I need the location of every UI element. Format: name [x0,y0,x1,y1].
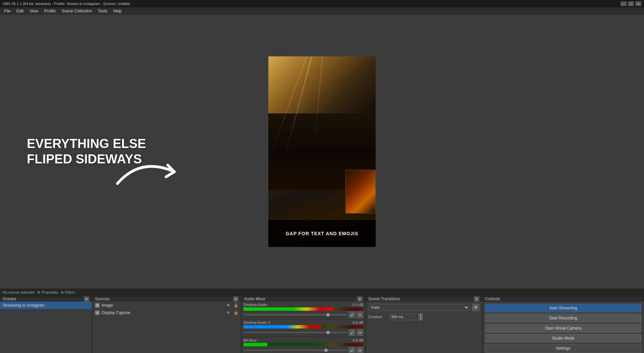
gap-text: GAP FOR TEXT AND EMOJIS [286,231,359,236]
audio-mixer-panel: Desktop Audio 0.0 dB 🔊 ⚙ De [241,302,366,353]
panel-headers: Scenes ⊞ Sources ⊞ Audio Mixer ⊞ Scene T… [0,296,644,302]
audio-desktop-db: 0.0 dB [353,303,363,307]
source-display-lock[interactable]: 🔒 [233,310,238,315]
transitions-expand-icon[interactable]: ⊞ [474,296,479,302]
audio-header-icons: ⊞ [357,296,363,302]
audio-desktop2-name: Desktop Audio 2 [244,320,270,324]
text-line1: EVERYTHING ELSE [27,136,146,152]
audio-desktop2-meter [244,325,363,329]
audio-desktop-controls: 🔊 ⚙ [244,311,363,318]
audio-desktop2-slider[interactable] [244,332,347,333]
audio-desktop-mute[interactable]: 🔊 [348,311,355,318]
scenes-panel-header[interactable]: Scenes ⊞ [0,296,92,302]
audio-desktop-slider[interactable] [244,314,347,315]
audio-desktop-settings[interactable]: ⚙ [357,311,363,318]
transition-gear-button[interactable]: ⚙ [472,304,479,311]
source-image-eye[interactable]: 👁 [226,303,231,308]
sources-panel-header[interactable]: Sources ⊞ [92,296,241,302]
controls-header-label: Controls [485,297,500,301]
audio-mic-mute[interactable]: 🔊 [348,347,355,353]
start-virtual-camera-button[interactable]: Start Virtual Camera [485,324,641,333]
status-bar: No source selected ⚙ Properties ⊕ Filter… [0,289,644,296]
no-source-label: No source selected [3,290,34,294]
controls-panel-header[interactable]: Controls [482,296,644,302]
menu-edit[interactable]: Edit [14,8,26,14]
menubar: File Edit View Profile Scene Collection … [0,7,644,15]
titlebar: OBS 26.1.1 (64-bit, windows) - Profile: … [0,0,644,7]
settings-button[interactable]: Settings [485,344,641,353]
close-button[interactable]: ✕ [635,1,641,6]
scene-item-streaming[interactable]: Streaming to Instagram [0,302,92,309]
filters-button[interactable]: ⊕ Filters [61,290,75,295]
preview-image: GAP FOR TEXT AND EMOJIS [268,56,376,247]
source-image-icon: 🖼 [95,303,100,308]
audio-mic-name: Mic/Aux [244,338,257,342]
duration-up-button[interactable]: ▲ [418,313,423,317]
duration-spinner: ▲ ▼ [418,313,423,320]
transition-type-select[interactable]: Fade Cut Swipe Slide [368,304,469,311]
transitions-header-label: Scene Transitions [368,297,400,301]
scenes-header-icons: ⊞ [84,296,89,302]
audio-channel-desktop: Desktop Audio 0.0 dB 🔊 ⚙ [241,302,365,319]
menu-profile[interactable]: Profile [42,8,58,14]
audio-desktop2-mute[interactable]: 🔊 [348,329,355,336]
menu-help[interactable]: Help [111,8,124,14]
audio-mic-meter [244,343,363,346]
scenes-panel: Streaming to Instagram + − ▲ ▼ [0,302,92,353]
arrow-graphic [114,153,195,194]
audio-mic-slider[interactable] [244,350,347,351]
source-image-label: Image [102,303,113,308]
transitions-header-icons: ⊞ [474,296,479,302]
corner-thumbnail [345,170,376,213]
source-image-lock[interactable]: 🔒 [233,303,238,308]
audio-desktop2-controls: 🔊 ⚙ [244,329,363,336]
transition-type-row: Fade Cut Swipe Slide ⚙ [368,304,479,311]
menu-scene-collection[interactable]: Scene Collection [59,8,95,14]
audio-mic-settings[interactable]: ⚙ [357,347,363,353]
source-display-label: Display Capture [102,310,130,315]
titlebar-controls: ─ □ ✕ [621,1,641,6]
audio-header-label: Audio Mixer [244,297,265,301]
scenes-expand-icon[interactable]: ⊞ [84,296,89,302]
start-recording-button[interactable]: Start Recording [485,314,641,322]
menu-file[interactable]: File [1,8,13,14]
audio-desktop2-settings[interactable]: ⚙ [357,329,363,336]
start-streaming-button[interactable]: Start Streaming [485,304,641,312]
maximize-button[interactable]: □ [628,1,634,6]
duration-input[interactable] [389,313,416,320]
sources-expand-icon[interactable]: ⊞ [233,296,238,302]
main-preview-area: EVERYTHING ELSE FLIPED SIDEWAYS GAP FOR … [0,15,644,289]
audio-desktop2-db: 0.0 dB [353,320,363,324]
audio-panel-header[interactable]: Audio Mixer ⊞ [241,296,366,302]
scenes-header-label: Scenes [3,297,16,301]
audio-channel-mic: Mic/Aux 0.0 dB 🔊 ⚙ [241,337,365,353]
source-display-icon: 🖥 [95,310,100,315]
duration-down-button[interactable]: ▼ [418,317,423,320]
studio-mode-button[interactable]: Studio Mode [485,334,641,343]
sources-header-icons: ⊞ [233,296,238,302]
transition-duration-row: Duration ▲ ▼ [368,313,479,320]
minimize-button[interactable]: ─ [621,1,627,6]
controls-panel: Start Streaming Start Recording Start Vi… [482,302,644,353]
preview-text-bar: GAP FOR TEXT AND EMOJIS [268,220,376,247]
transitions-panel-header[interactable]: Scene Transitions ⊞ [366,296,482,302]
preview-canvas[interactable]: GAP FOR TEXT AND EMOJIS [268,56,376,247]
audio-mic-db: 0.0 dB [353,338,363,342]
audio-channel-desktop2: Desktop Audio 2 0.0 dB 🔊 ⚙ [241,319,365,337]
menu-view[interactable]: View [27,8,41,14]
source-display-eye[interactable]: 👁 [226,310,231,315]
audio-expand-icon[interactable]: ⊞ [357,296,363,302]
source-item-display[interactable]: 🖥 Display Capture 👁 🔒 [92,309,241,316]
sources-header-label: Sources [95,297,110,301]
bottom-panels: Scenes ⊞ Sources ⊞ Audio Mixer ⊞ Scene T… [0,296,644,353]
duration-label: Duration [368,315,387,319]
transitions-panel: Fade Cut Swipe Slide ⚙ Duration ▲ ▼ [366,302,482,353]
titlebar-title: OBS 26.1.1 (64-bit, windows) - Profile: … [3,2,130,6]
sources-panel: 🖼 Image 👁 🔒 🖥 Display Capture 👁 🔒 + − ⚙ … [92,302,241,353]
audio-desktop-meter [244,307,363,311]
panel-content: Streaming to Instagram + − ▲ ▼ 🖼 Image 👁… [0,302,644,353]
source-item-image[interactable]: 🖼 Image 👁 🔒 [92,302,241,309]
properties-button[interactable]: ⚙ Properties [37,290,58,295]
menu-tools[interactable]: Tools [95,8,110,14]
audio-desktop-name: Desktop Audio [244,303,267,307]
